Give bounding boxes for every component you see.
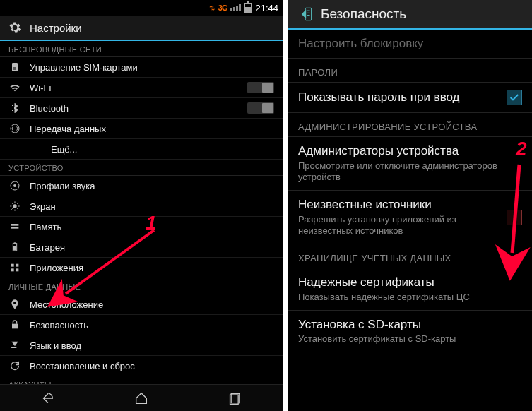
row-label: Передача данных: [30, 124, 274, 134]
row-label: Wi-Fi: [30, 83, 239, 93]
battery-icon: [244, 3, 252, 13]
section-header: ПАРОЛИ: [288, 59, 532, 83]
svg-rect-20: [307, 11, 309, 11]
row-label: Батарея: [30, 242, 274, 253]
settings-row[interactable]: Передача данных: [0, 119, 283, 139]
svg-rect-13: [11, 268, 14, 271]
svg-rect-11: [11, 264, 14, 267]
section-header: ХРАНИЛИЩЕ УЧЕТНЫХ ДАННЫХ: [288, 244, 532, 268]
row-subtitle: Установить сертификаты с SD-карты: [298, 333, 522, 345]
security-icon: [8, 318, 21, 331]
row-label: Профили звука: [30, 181, 274, 191]
section-header: УСТРОЙСТВО: [0, 160, 283, 176]
row-label: Приложения: [30, 263, 274, 273]
home-button[interactable]: [127, 388, 155, 408]
row-label: Bluetooth: [30, 103, 239, 114]
settings-row[interactable]: Ещё...: [0, 139, 283, 160]
display-icon: [8, 200, 21, 213]
row-label: Управление SIM-картами: [30, 62, 274, 73]
security-list: Настроить блокировкуПАРОЛИПоказывать пар…: [288, 30, 532, 352]
storage-icon: [8, 220, 21, 233]
settings-row[interactable]: Wi-Fi: [0, 78, 283, 98]
settings-screen: ⇅ 3G 21:44 Настройки БЕСПРОВОДНЫЕ СЕТИУп…: [0, 0, 283, 411]
toggle-switch[interactable]: [247, 82, 274, 93]
page-title: Безопасность: [321, 6, 406, 22]
settings-row[interactable]: Местоположение: [0, 294, 283, 315]
wifi-icon: [8, 81, 21, 94]
row-title: Установка с SD-карты: [298, 318, 522, 332]
clock: 21:44: [255, 3, 278, 13]
svg-rect-21: [307, 13, 309, 13]
location-icon: [8, 298, 21, 311]
svg-rect-9: [14, 242, 16, 243]
settings-row[interactable]: Профили звука: [0, 176, 283, 196]
security-row[interactable]: Администраторы устройстваПросмотрите или…: [288, 137, 532, 191]
bluetooth-icon: [8, 102, 21, 114]
title-bar: Безопасность: [288, 0, 532, 30]
recent-button[interactable]: [221, 388, 249, 408]
settings-row[interactable]: Восстановление и сброс: [0, 356, 283, 376]
data-icon: [8, 122, 21, 135]
settings-row[interactable]: Безопасность: [0, 315, 283, 335]
svg-rect-10: [13, 246, 16, 251]
settings-row[interactable]: Язык и ввод: [0, 335, 283, 356]
row-label: Ещё...: [30, 144, 274, 155]
svg-rect-6: [11, 224, 19, 226]
signal-icon: [230, 4, 241, 11]
data-arrows-icon: ⇅: [209, 4, 215, 12]
language-icon: [8, 339, 21, 352]
section-header: ЛИЧНЫЕ ДАННЫЕ: [0, 278, 283, 294]
security-row[interactable]: Неизвестные источникиРазрешить установку…: [288, 191, 532, 244]
sim-icon: [8, 61, 21, 73]
row-title: Неизвестные источники: [298, 198, 501, 212]
settings-row[interactable]: Управление SIM-картами: [0, 57, 283, 78]
title-bar: Настройки: [0, 16, 283, 41]
audio-icon: [8, 179, 21, 192]
security-row[interactable]: Настроить блокировку: [288, 30, 532, 59]
status-bar: ⇅ 3G 21:44: [0, 0, 283, 16]
back-button[interactable]: [33, 388, 61, 408]
row-subtitle: Разрешить установку приложений из неизве…: [298, 214, 501, 237]
security-row[interactable]: Установка с SD-картыУстановить сертифика…: [288, 311, 532, 353]
svg-rect-15: [12, 324, 18, 329]
security-row[interactable]: Показывать пароль при ввод: [288, 83, 532, 113]
svg-rect-22: [307, 15, 309, 16]
svg-rect-19: [305, 8, 312, 20]
back-icon[interactable]: [294, 4, 315, 25]
settings-row[interactable]: Батарея: [0, 237, 283, 258]
row-label: Местоположение: [30, 299, 274, 310]
blank-icon: [8, 143, 21, 155]
nav-bar: [0, 384, 283, 411]
row-label: Язык и ввод: [30, 340, 274, 351]
row-label: Безопасность: [30, 320, 274, 330]
settings-row[interactable]: Экран: [0, 196, 283, 217]
backup-icon: [8, 359, 21, 372]
settings-row[interactable]: Память: [0, 217, 283, 237]
svg-rect-14: [16, 268, 18, 271]
checkbox[interactable]: [507, 210, 522, 225]
row-title: Настроить блокировку: [298, 37, 522, 51]
svg-rect-1: [13, 67, 16, 70]
battery-icon: [8, 241, 21, 254]
row-subtitle: Показывать надежные сертификаты ЦС: [298, 292, 522, 303]
svg-rect-7: [11, 227, 19, 229]
svg-point-5: [13, 204, 16, 208]
settings-row[interactable]: Приложения: [0, 258, 283, 278]
section-header: БЕСПРОВОДНЫЕ СЕТИ: [0, 41, 283, 57]
toggle-switch[interactable]: [247, 102, 274, 114]
page-title: Настройки: [30, 22, 82, 34]
row-title: Администраторы устройства: [298, 144, 522, 158]
row-subtitle: Просмотрите или отключите администраторо…: [298, 160, 522, 184]
svg-rect-12: [16, 264, 18, 267]
section-header: АДМИНИСТРИРОВАНИЕ УСТРОЙСТВА: [288, 113, 532, 137]
security-row[interactable]: Надежные сертификатыПоказывать надежные …: [288, 268, 532, 311]
svg-point-4: [13, 184, 16, 187]
row-title: Надежные сертификаты: [298, 275, 522, 290]
settings-row[interactable]: Bluetooth: [0, 98, 283, 119]
checkbox[interactable]: [507, 90, 522, 105]
row-title: Показывать пароль при ввод: [298, 90, 501, 105]
row-label: Память: [30, 222, 274, 232]
settings-list: БЕСПРОВОДНЫЕ СЕТИУправление SIM-картамиW…: [0, 41, 283, 411]
network-3g: 3G: [218, 4, 227, 12]
gear-icon: [7, 20, 23, 35]
